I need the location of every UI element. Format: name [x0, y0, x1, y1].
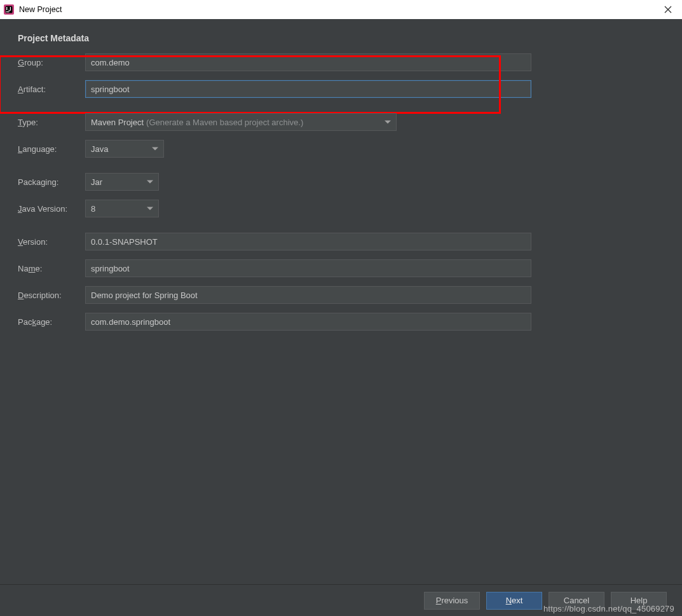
next-button[interactable]: Next — [486, 592, 542, 610]
label-packaging: Packaging: — [18, 177, 85, 187]
type-value: Maven Project — [91, 118, 144, 127]
svg-rect-3 — [6, 7, 7, 10]
help-button[interactable]: Help — [611, 592, 667, 610]
row-artifact: Artifact: — [18, 80, 664, 98]
name-input[interactable] — [85, 259, 531, 277]
language-select[interactable]: Java — [85, 140, 164, 158]
javaversion-value: 8 — [91, 204, 95, 214]
description-input[interactable] — [85, 286, 531, 304]
chevron-down-icon — [152, 147, 158, 151]
label-version: Version: — [18, 237, 85, 247]
package-input[interactable] — [85, 313, 531, 331]
titlebar: New Project — [0, 0, 682, 19]
label-group: Group: — [18, 58, 85, 67]
type-select[interactable]: Maven Project (Generate a Maven based pr… — [85, 113, 397, 131]
row-javaversion: Java Version: 8 — [18, 200, 664, 217]
row-version: Version: — [18, 233, 664, 250]
packaging-select[interactable]: Jar — [85, 173, 159, 191]
label-language: Language: — [18, 144, 85, 154]
version-input[interactable] — [85, 233, 531, 250]
group-input[interactable] — [85, 53, 531, 71]
chevron-down-icon — [385, 121, 391, 124]
svg-rect-2 — [6, 11, 10, 12]
row-name: Name: — [18, 259, 664, 277]
cancel-button[interactable]: Cancel — [549, 592, 604, 610]
language-value: Java — [91, 144, 108, 154]
packaging-value: Jar — [91, 177, 102, 187]
label-javaversion: Java Version: — [18, 204, 85, 214]
row-type: Type: Maven Project (Generate a Maven ba… — [18, 113, 664, 131]
artifact-input[interactable] — [85, 80, 531, 98]
row-language: Language: Java — [18, 140, 664, 158]
label-artifact: Artifact: — [18, 85, 85, 94]
app-icon — [3, 3, 15, 16]
row-packaging: Packaging: Jar — [18, 173, 664, 191]
label-type: Type: — [18, 118, 85, 127]
row-description: Description: — [18, 286, 664, 304]
close-button[interactable] — [658, 2, 678, 17]
javaversion-select[interactable]: 8 — [85, 200, 159, 217]
label-package: Package: — [18, 317, 85, 327]
new-project-dialog: New Project Project Metadata Group: Arti… — [0, 0, 682, 616]
row-package: Package: — [18, 313, 664, 331]
label-description: Description: — [18, 291, 85, 300]
window-title: New Project — [19, 5, 62, 14]
type-hint: (Generate a Maven based project archive.… — [146, 118, 303, 127]
label-name: Name: — [18, 264, 85, 273]
dialog-footer: Previous Next Cancel Help — [0, 584, 682, 616]
chevron-down-icon — [147, 207, 153, 210]
row-group: Group: — [18, 53, 664, 71]
section-title: Project Metadata — [18, 33, 664, 43]
previous-button[interactable]: Previous — [424, 592, 480, 610]
chevron-down-icon — [147, 181, 153, 184]
dialog-body: Project Metadata Group: Artifact: Type: … — [0, 19, 682, 584]
